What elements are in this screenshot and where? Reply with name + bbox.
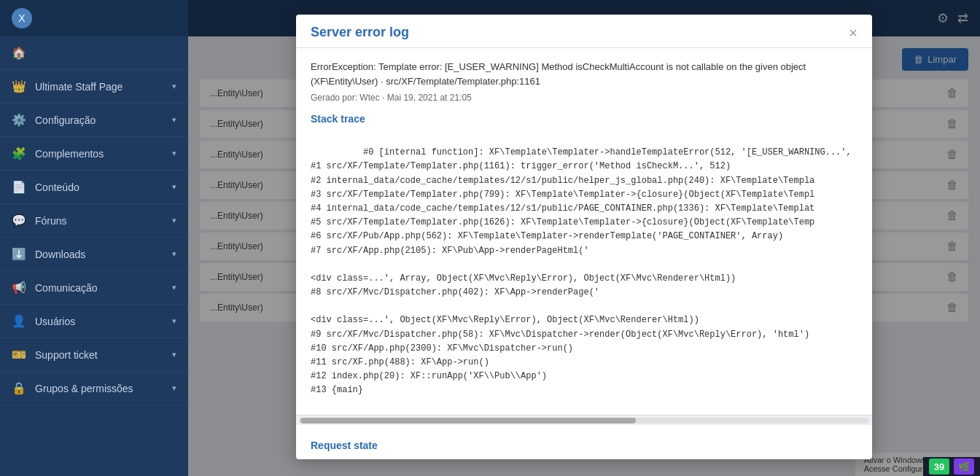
chat-icon: 💬 bbox=[12, 214, 26, 227]
download-icon: ⬇️ bbox=[12, 247, 26, 261]
sidebar-item-ultimate-staff[interactable]: 👑 Ultimate Staff Page ▾ bbox=[0, 70, 188, 104]
modal-close-button[interactable]: × bbox=[849, 26, 858, 40]
taskbar-item-2[interactable]: 🌿 bbox=[954, 459, 974, 475]
modal-header: Server error log × bbox=[296, 15, 872, 48]
sidebar-item-label: Comunicação bbox=[35, 282, 98, 294]
ticket-icon: 🎫 bbox=[12, 348, 26, 362]
sidebar-logo: X bbox=[0, 0, 188, 36]
sidebar-item-complementos[interactable]: 🧩 Complementos ▾ bbox=[0, 137, 188, 171]
sidebar: X 🏠 👑 Ultimate Staff Page ▾ ⚙️ Configura… bbox=[0, 0, 188, 476]
scrollbar-thumb bbox=[300, 418, 636, 424]
modal-scrollbar[interactable] bbox=[296, 415, 872, 425]
modal-overlay[interactable]: Server error log × ErrorException: Templ… bbox=[188, 0, 980, 476]
logo-icon: X bbox=[12, 8, 32, 28]
crown-icon: 👑 bbox=[12, 79, 26, 93]
modal-body: ErrorException: Template error: [E_USER_… bbox=[296, 48, 872, 415]
user-icon: 👤 bbox=[12, 314, 26, 328]
sidebar-item-label: Configuração bbox=[35, 114, 96, 126]
sidebar-item-label: Ultimate Staff Page bbox=[35, 81, 122, 93]
stack-trace-box[interactable]: #0 [internal function]: XF\Template\Temp… bbox=[311, 132, 858, 403]
chevron-down-icon: ▾ bbox=[172, 383, 176, 393]
megaphone-icon: 📢 bbox=[12, 281, 26, 294]
taskbar: 39 🌿 bbox=[923, 457, 980, 476]
server-error-modal: Server error log × ErrorException: Templ… bbox=[296, 15, 872, 459]
puzzle-icon: 🧩 bbox=[12, 147, 26, 160]
sidebar-item-comunicacao[interactable]: 📢 Comunicação ▾ bbox=[0, 271, 188, 305]
modal-footer: Request state bbox=[296, 425, 872, 459]
gear-icon: ⚙️ bbox=[12, 113, 26, 127]
sidebar-item-label: Downloads bbox=[35, 249, 85, 260]
chevron-down-icon: ▾ bbox=[172, 216, 176, 225]
chevron-down-icon: ▾ bbox=[172, 182, 176, 192]
modal-title: Server error log bbox=[311, 25, 409, 40]
sidebar-item-conteudo[interactable]: 📄 Conteúdo ▾ bbox=[0, 171, 188, 204]
sidebar-item-downloads[interactable]: ⬇️ Downloads ▾ bbox=[0, 238, 188, 271]
sidebar-item-label: Conteúdo bbox=[35, 182, 79, 193]
chevron-down-icon: ▾ bbox=[172, 82, 176, 91]
chevron-down-icon: ▾ bbox=[172, 249, 176, 259]
scrollbar-track bbox=[299, 418, 869, 424]
sidebar-item-grupos-permissoes[interactable]: 🔒 Grupos & permissões ▾ bbox=[0, 372, 188, 405]
chevron-down-icon: ▾ bbox=[172, 350, 176, 359]
sidebar-item-usuarios[interactable]: 👤 Usuários ▾ bbox=[0, 305, 188, 338]
chevron-down-icon: ▾ bbox=[172, 283, 176, 292]
request-state-link[interactable]: Request state bbox=[311, 440, 378, 451]
sidebar-item-support-ticket[interactable]: 🎫 Support ticket ▾ bbox=[0, 338, 188, 372]
home-icon: 🏠 bbox=[12, 46, 26, 60]
lock-icon: 🔒 bbox=[12, 381, 26, 395]
sidebar-item-foruns[interactable]: 💬 Fóruns ▾ bbox=[0, 204, 188, 238]
chevron-down-icon: ▾ bbox=[172, 149, 176, 158]
taskbar-item-1[interactable]: 39 bbox=[929, 459, 949, 475]
sidebar-item-home[interactable]: 🏠 bbox=[0, 36, 188, 70]
main-area: ⚙ ⇄ 🗑 Limpar ...Entity\User) 🗑 ...Entity… bbox=[188, 0, 980, 476]
error-generated: Gerado por: Wtec · Mai 19, 2021 at 21:05 bbox=[311, 93, 858, 103]
chevron-down-icon: ▾ bbox=[172, 316, 176, 326]
stack-trace-link[interactable]: Stack trace bbox=[311, 113, 858, 125]
sidebar-item-configuracao[interactable]: ⚙️ Configuração ▾ bbox=[0, 104, 188, 137]
document-icon: 📄 bbox=[12, 180, 26, 194]
chevron-down-icon: ▾ bbox=[172, 115, 176, 125]
sidebar-item-label: Fóruns bbox=[35, 215, 67, 227]
sidebar-item-label: Usuários bbox=[35, 316, 75, 327]
sidebar-item-label: Support ticket bbox=[35, 349, 98, 361]
sidebar-item-label: Grupos & permissões bbox=[35, 383, 133, 394]
sidebar-item-label: Complementos bbox=[35, 148, 104, 160]
error-message: ErrorException: Template error: [E_USER_… bbox=[311, 60, 858, 88]
